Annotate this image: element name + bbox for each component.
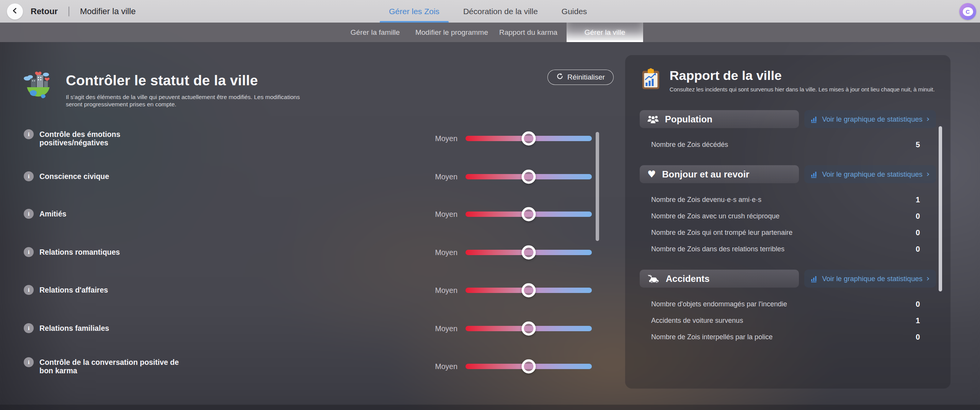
control-panel-title: Contrôler le statut de la ville — [66, 73, 315, 89]
accidents-section-header: Accidents Voir le graphique de statistiq… — [640, 270, 936, 288]
tab-gerer-la-famille[interactable]: Gérer la famille — [337, 23, 413, 42]
city-report-panel: Rapport de la ville Consultez les incide… — [625, 55, 951, 389]
slider-value-label: Moyen — [390, 248, 457, 257]
slider-row: i Contrôle de la conversation positive d… — [0, 353, 612, 380]
slider-value-label: Moyen — [390, 286, 457, 295]
population-rows: Nombre de Zois décédés 5 — [640, 128, 936, 154]
info-icon[interactable]: i — [24, 285, 34, 295]
accidents-rows: Nombre d'objets endommagés par l'incendi… — [640, 288, 936, 346]
report-header: Rapport de la ville Consultez les incide… — [640, 68, 936, 93]
hello-goodbye-section-header: ♥ Bonjour et au revoir Voir le graphique… — [640, 165, 936, 183]
population-bar: Population — [640, 110, 799, 128]
hello-goodbye-stats-button[interactable]: Voir le graphique de statistiques › — [804, 165, 936, 183]
back-button[interactable] — [7, 3, 23, 20]
friendships-slider[interactable] — [466, 212, 592, 217]
accidents-stats-button[interactable]: Voir le graphique de statistiques › — [804, 270, 936, 288]
slider-row: i Relations familiales Moyen — [0, 315, 612, 342]
stat-value: 1 — [916, 316, 936, 325]
stat-label: Nombre de Zois dans des relations terrib… — [640, 245, 784, 253]
bar-chart-icon — [810, 116, 818, 123]
slider-value-label: Moyen — [390, 134, 457, 143]
section-title: Population — [665, 114, 712, 125]
game-screen: Retour Modifier la ville Gérer les Zois … — [0, 0, 980, 410]
stat-label: Nombre de Zois interpellés par la police — [640, 333, 773, 341]
population-section-header: Population Voir le graphique de statisti… — [640, 110, 936, 128]
chevron-left-icon — [11, 7, 18, 15]
emotion-control-slider[interactable] — [466, 136, 592, 141]
stat-row: Nombre de Zois dans des relations terrib… — [640, 241, 936, 257]
report-subtitle: Consultez les incidents qui sont survenu… — [670, 86, 935, 93]
info-icon[interactable]: i — [24, 247, 34, 257]
karma-conversation-slider[interactable] — [466, 364, 592, 369]
info-icon[interactable]: i — [24, 209, 34, 219]
report-titles: Rapport de la ville Consultez les incide… — [670, 68, 935, 93]
main-content: Contrôler le statut de la ville Il s'agi… — [0, 42, 980, 410]
control-panel-header: Contrôler le statut de la ville Il s'agi… — [23, 70, 315, 108]
slider-value-label: Moyen — [390, 172, 457, 181]
tab-decoration-de-la-ville[interactable]: Décoration de la ville — [457, 0, 544, 23]
slider-label: Contrôle des émotions positives/négative… — [39, 130, 141, 147]
control-panel-subtitle: Il s'agit des éléments de la ville qui p… — [66, 93, 315, 108]
business-relations-slider[interactable] — [466, 288, 592, 293]
report-title: Rapport de la ville — [670, 68, 935, 83]
people-icon — [647, 115, 659, 124]
avatar-letter: C — [966, 8, 970, 15]
stat-label: Accidents de voiture survenus — [640, 317, 743, 325]
info-icon[interactable]: i — [24, 171, 34, 181]
slider-handle[interactable] — [522, 246, 536, 260]
population-stats-button[interactable]: Voir le graphique de statistiques › — [804, 110, 936, 128]
info-icon[interactable]: i — [24, 357, 34, 367]
info-icon[interactable]: i — [24, 323, 34, 333]
slider-handle[interactable] — [522, 170, 536, 184]
back-label[interactable]: Retour — [31, 7, 58, 16]
city-globe-icon — [23, 70, 54, 102]
stat-row: Nombre de Zois qui ont trompé leur parte… — [640, 225, 936, 241]
slider-handle[interactable] — [522, 207, 536, 221]
slider-value-label: Moyen — [390, 324, 457, 333]
chevron-right-icon: › — [926, 114, 930, 124]
clipboard-chart-icon — [640, 68, 662, 90]
slider-label: Amitiés — [39, 210, 66, 218]
stat-value: 0 — [916, 300, 936, 309]
tab-rapport-du-karma[interactable]: Rapport du karma — [490, 23, 567, 42]
tab-guides[interactable]: Guides — [555, 0, 593, 23]
chevron-right-icon: › — [926, 273, 930, 283]
stat-value: 5 — [916, 140, 936, 149]
car-crash-icon — [647, 274, 660, 283]
stat-label: Nombre de Zois qui ont trompé leur parte… — [640, 229, 792, 237]
tab-gerer-la-ville[interactable]: Gérer la ville — [567, 23, 643, 42]
profile-avatar[interactable]: C — [959, 3, 976, 20]
stat-value: 0 — [916, 212, 936, 221]
report-scrollbar[interactable] — [939, 126, 942, 291]
stat-value: 1 — [916, 195, 936, 204]
title-divider — [69, 7, 69, 16]
left-scrollbar[interactable] — [596, 132, 599, 241]
stat-value: 0 — [916, 333, 936, 342]
stat-label: Nombre d'objets endommagés par l'incendi… — [640, 300, 787, 308]
slider-handle[interactable] — [522, 322, 536, 336]
tab-gerer-les-zois[interactable]: Gérer les Zois — [383, 0, 446, 23]
stats-button-label: Voir le graphique de statistiques — [822, 115, 922, 124]
family-relations-slider[interactable] — [466, 326, 592, 331]
tab-modifier-le-programme[interactable]: Modifier le programme — [413, 23, 490, 42]
heart-icon: ♥ — [647, 169, 656, 179]
section-title: Accidents — [666, 273, 710, 284]
slider-handle[interactable] — [522, 132, 536, 146]
stat-row: Nombre d'objets endommagés par l'incendi… — [640, 296, 936, 312]
romantic-relations-slider[interactable] — [466, 250, 592, 255]
slider-row: i Relations romantiques Moyen — [0, 239, 612, 266]
stat-row: Nombre de Zois décédés 5 — [640, 137, 936, 153]
slider-handle[interactable] — [522, 283, 536, 298]
info-icon[interactable]: i — [24, 129, 34, 139]
stat-value: 0 — [916, 228, 936, 237]
slider-value-label: Moyen — [390, 362, 457, 371]
bar-chart-icon — [810, 275, 818, 283]
reset-button[interactable]: Réinitialiser — [547, 70, 614, 85]
stat-row: Accidents de voiture survenus 1 — [640, 312, 936, 329]
chevron-right-icon: › — [926, 169, 930, 179]
control-panel-titles: Contrôler le statut de la ville Il s'agi… — [66, 70, 315, 108]
civic-sense-slider[interactable] — [466, 174, 592, 179]
stats-button-label: Voir le graphique de statistiques — [822, 170, 922, 179]
slider-handle[interactable] — [522, 360, 536, 374]
slider-row: i Conscience civique Moyen — [0, 163, 612, 190]
